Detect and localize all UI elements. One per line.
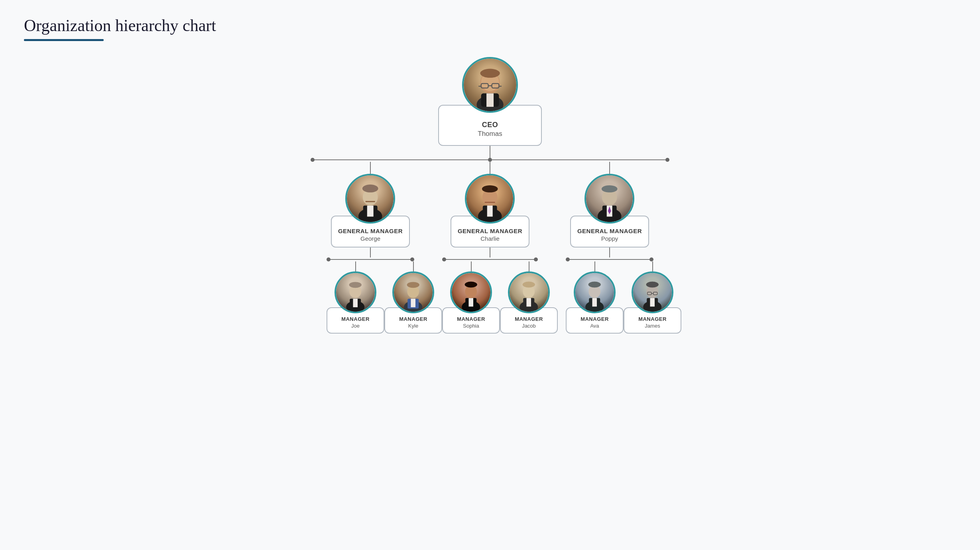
ceo-avatar [462,57,518,113]
poppy-title: GENERAL MANAGER [577,228,642,234]
ava-top-vert [594,261,595,271]
title-underline [24,39,104,41]
poppy-mgr-horiz [570,259,649,260]
svg-rect-13 [367,205,374,216]
svg-rect-29 [487,205,493,216]
svg-rect-6 [499,86,502,86]
george-bottom-vert [370,248,371,257]
svg-rect-19 [353,299,358,307]
james-node: MANAGER James [624,271,681,334]
james-top-vert [652,261,653,271]
svg-point-31 [482,185,498,192]
joe-top-vert [355,261,356,271]
ava-photo [575,273,614,312]
gm-george-node: GENERAL MANAGER George [331,174,410,248]
james-photo [633,273,672,312]
kyle-section: MANAGER Kyle [384,261,442,334]
gm-left-dot [311,158,315,162]
svg-rect-10 [486,93,494,107]
charlie-mgr-hbar [442,257,538,261]
george-mgr-hbar [327,257,414,261]
ceo-photo [464,59,516,111]
george-mgr-horiz [331,259,410,260]
gm-horiz-right [492,159,665,160]
svg-point-15 [362,185,378,192]
sophia-photo [452,273,490,312]
joe-section: MANAGER Joe [327,261,384,334]
charlie-title: GENERAL MANAGER [458,228,522,234]
joe-name: Joe [332,323,379,329]
org-chart: CEO Thomas [24,57,956,334]
sophia-node: MANAGER Sophia [442,271,500,334]
sophia-top-vert [471,261,472,271]
kyle-title: MANAGER [390,316,437,322]
poppy-top-vert [609,162,610,174]
charlie-avatar [465,174,515,224]
svg-rect-5 [478,86,481,86]
george-top-vert [370,162,371,174]
joe-dot [327,257,331,261]
ava-section: MANAGER Ava [566,261,624,334]
kyle-top-vert [413,261,414,271]
george-photo [347,175,394,222]
gm-charlie-section: GENERAL MANAGER Charlie [430,162,550,334]
gm-horiz-left [315,159,488,160]
joe-title: MANAGER [332,316,379,322]
james-dot [649,257,653,261]
svg-point-26 [407,282,419,288]
charlie-top-vert [490,162,490,174]
jacob-top-vert [529,261,529,271]
gm-right-dot [665,158,669,162]
james-avatar [632,271,673,313]
svg-point-7 [480,69,500,77]
poppy-mgr-hbar [566,257,653,261]
ava-node: MANAGER Ava [566,271,624,334]
james-title: MANAGER [629,316,676,322]
kyle-name: Kyle [390,323,437,329]
jacob-section: MANAGER Jacob [500,261,558,334]
poppy-bottom-vert [609,248,610,257]
joe-avatar [335,271,376,313]
jacob-name: Jacob [506,323,552,329]
jacob-node: MANAGER Jacob [500,271,558,334]
james-name: James [629,323,676,329]
ava-title: MANAGER [571,316,618,322]
svg-rect-40 [527,298,531,306]
george-avatar [345,174,395,224]
ava-avatar [574,271,616,313]
sophia-section: MANAGER Sophia [442,261,500,334]
svg-rect-56 [650,298,655,306]
george-name: George [338,235,403,242]
sophia-title: MANAGER [448,316,494,322]
george-title: GENERAL MANAGER [338,228,403,234]
charlie-bottom-vert [490,248,490,257]
poppy-mgrs: MANAGER Ava [566,261,653,334]
joe-photo [336,273,375,312]
svg-rect-24 [411,299,416,307]
george-mgrs: MANAGER Joe [327,261,414,334]
ava-dot [566,257,570,261]
svg-point-42 [523,281,535,287]
charlie-mgrs: MANAGER Sophia [442,261,538,334]
svg-point-48 [602,185,618,192]
gm-horiz-bar [311,158,669,162]
gm-charlie-node: GENERAL MANAGER Charlie [451,174,529,248]
james-section: MANAGER James [624,261,681,334]
charlie-mgr-horiz [446,259,534,260]
kyle-dot [410,257,414,261]
gm-poppy-section: GENERAL MANAGER Poppy [550,162,669,334]
ceo-name: Thomas [451,130,529,138]
gm-level: GENERAL MANAGER George [311,162,669,334]
gm-poppy-node: GENERAL MANAGER Poppy [570,174,649,248]
ceo-level: CEO Thomas [438,57,542,146]
kyle-avatar [392,271,434,313]
svg-rect-35 [469,298,474,306]
jacob-avatar [508,271,550,313]
sophia-avatar [450,271,492,313]
gm-center-dot [488,158,492,162]
sophia-dot [442,257,446,261]
poppy-avatar [584,174,634,224]
jacob-photo [510,273,548,312]
page-title: Organization hierarchy chart [24,16,956,35]
poppy-name: Poppy [577,235,642,242]
